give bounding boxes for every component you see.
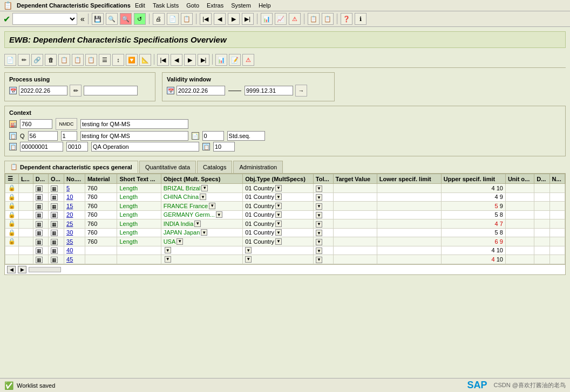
col-d-cell[interactable]: ▦ bbox=[33, 255, 48, 264]
tol-dropdown-empty[interactable]: ▼ bbox=[316, 194, 322, 201]
prev-btn[interactable]: ◀ bbox=[171, 54, 182, 66]
nav-first[interactable]: |◀ bbox=[200, 13, 212, 25]
objtype-dropdown[interactable]: ▼ bbox=[275, 194, 282, 200]
paste-row-btn[interactable]: 📋 bbox=[72, 54, 84, 66]
object-dropdown[interactable]: ▼ bbox=[209, 203, 215, 209]
no-link[interactable]: 35 bbox=[66, 238, 73, 245]
col-no-cell[interactable]: 10 bbox=[64, 192, 85, 202]
tab-catalogs[interactable]: Catalogs bbox=[197, 161, 232, 173]
object-dropdown[interactable]: ▼ bbox=[177, 238, 183, 245]
col-tol-cell[interactable]: ▼ bbox=[313, 184, 333, 193]
col-no-cell[interactable]: 25 bbox=[64, 219, 85, 229]
first-btn[interactable]: |◀ bbox=[157, 54, 169, 66]
order-sub-input[interactable] bbox=[61, 131, 77, 141]
col-d-cell[interactable]: ▦ bbox=[33, 246, 48, 255]
op-input2[interactable] bbox=[66, 142, 88, 152]
menu-tasklists[interactable]: Task Lists bbox=[153, 2, 179, 9]
row-selector[interactable]: 🔒 bbox=[5, 228, 19, 237]
col-o-cell[interactable]: ▦ bbox=[49, 255, 64, 264]
menu-edit[interactable]: Edit bbox=[135, 2, 145, 9]
col-objtype-cell[interactable]: ▼ bbox=[243, 246, 314, 255]
nav-prev[interactable]: ◀ bbox=[214, 13, 226, 25]
new-btn[interactable]: 📄 bbox=[4, 54, 16, 66]
scroll-track[interactable] bbox=[29, 267, 61, 272]
tab-dep-char[interactable]: 📋 Dependent characteristic specs general bbox=[4, 161, 138, 173]
col-objtype-cell[interactable]: 01 Country▼ bbox=[243, 210, 314, 219]
op-desc-input[interactable] bbox=[91, 142, 199, 152]
menu-help[interactable]: Help bbox=[259, 2, 271, 9]
order-desc-input[interactable] bbox=[80, 131, 188, 141]
info-btn[interactable]: ℹ bbox=[355, 13, 367, 25]
row-selector[interactable]: 🔒 bbox=[5, 192, 19, 202]
objtype-dropdown[interactable]: ▼ bbox=[275, 185, 282, 191]
no-link[interactable]: 5 bbox=[66, 185, 70, 191]
col-d-cell[interactable]: ▦ bbox=[33, 202, 48, 211]
objtype-dropdown[interactable]: ▼ bbox=[275, 229, 282, 236]
col-objtype-cell[interactable]: 01 Country▼ bbox=[243, 237, 314, 246]
no-link[interactable]: 15 bbox=[66, 203, 73, 209]
col-o-cell[interactable]: ▦ bbox=[49, 237, 64, 246]
nmdc-btn[interactable]: NMDC bbox=[56, 118, 77, 130]
col-no-cell[interactable]: 15 bbox=[64, 202, 85, 211]
col-object-cell[interactable]: CHINA China▼ bbox=[161, 192, 243, 202]
col-object-cell[interactable]: BRIZAL Brizal▼ bbox=[161, 184, 243, 193]
col-no-cell[interactable]: 20 bbox=[64, 210, 85, 219]
col-tol-cell[interactable]: ▼ bbox=[313, 237, 333, 246]
object-dropdown[interactable]: ▼ bbox=[216, 211, 222, 218]
object-dropdown[interactable]: ▼ bbox=[201, 229, 207, 236]
col-no-cell[interactable]: 40 bbox=[64, 246, 85, 255]
detail-btn[interactable]: 📋 bbox=[85, 54, 97, 66]
err-btn[interactable]: ⚠ bbox=[242, 54, 254, 66]
row-selector[interactable] bbox=[5, 246, 19, 255]
seq-num-input[interactable] bbox=[202, 131, 224, 141]
seq-text-input[interactable] bbox=[227, 131, 265, 141]
op-input1[interactable] bbox=[20, 142, 63, 152]
no-link[interactable]: 30 bbox=[66, 229, 73, 236]
filter-btn[interactable]: 🔽 bbox=[126, 54, 138, 66]
tol-dropdown-empty[interactable]: ▼ bbox=[316, 185, 322, 192]
object-dropdown[interactable]: ▼ bbox=[165, 256, 171, 263]
objtype-dropdown-empty[interactable]: ▼ bbox=[245, 247, 252, 253]
nav-next[interactable]: ▶ bbox=[228, 13, 240, 25]
delete-btn[interactable]: 🗑 bbox=[45, 54, 57, 66]
refs-btn[interactable]: 🔗 bbox=[31, 54, 43, 66]
row-selector[interactable]: 🔒 bbox=[5, 210, 19, 219]
col-d-cell[interactable]: ▦ bbox=[33, 228, 48, 237]
col-o-cell[interactable]: ▦ bbox=[49, 192, 64, 202]
scroll-right[interactable]: ▶ bbox=[18, 266, 26, 273]
enter-icon[interactable]: « bbox=[80, 15, 85, 23]
no-link[interactable]: 40 bbox=[66, 247, 73, 253]
col-object-cell[interactable]: INDIA India▼ bbox=[161, 219, 243, 229]
col-objtype-cell[interactable]: 01 Country▼ bbox=[243, 184, 314, 193]
print2-btn[interactable]: 📄 bbox=[167, 13, 179, 25]
col-objtype-cell[interactable]: ▼ bbox=[243, 255, 314, 264]
col-object-cell[interactable]: GERMANY Germ...▼ bbox=[161, 210, 243, 219]
row-selector[interactable]: 🔒 bbox=[5, 237, 19, 246]
layout-btn[interactable]: 📐 bbox=[139, 54, 151, 66]
refresh-btn[interactable]: ↺ bbox=[134, 13, 146, 25]
col-objtype-cell[interactable]: 01 Country▼ bbox=[243, 219, 314, 229]
no-link[interactable]: 10 bbox=[66, 194, 73, 200]
scroll-left[interactable]: ◀ bbox=[7, 266, 16, 273]
sort-btn[interactable]: ↕ bbox=[112, 54, 124, 66]
nav-last[interactable]: ▶| bbox=[242, 13, 254, 25]
col-d-cell[interactable]: ▦ bbox=[33, 184, 48, 193]
object-dropdown[interactable]: ▼ bbox=[200, 194, 206, 200]
col-objtype-cell[interactable]: 01 Country▼ bbox=[243, 228, 314, 237]
col-objtype-cell[interactable]: 01 Country▼ bbox=[243, 192, 314, 202]
plant-desc-input[interactable] bbox=[80, 119, 188, 129]
col-no-cell[interactable]: 45 bbox=[64, 255, 85, 264]
btn3[interactable]: 📋 bbox=[181, 13, 193, 25]
col-tol-cell[interactable]: ▼ bbox=[313, 246, 333, 255]
validity-from-input[interactable] bbox=[177, 86, 225, 95]
row-selector[interactable] bbox=[5, 255, 19, 264]
objtype-dropdown-empty[interactable]: ▼ bbox=[245, 256, 252, 263]
find-btn[interactable]: 🔍 bbox=[106, 13, 118, 25]
validity-btn[interactable]: → bbox=[295, 85, 307, 97]
command-select[interactable] bbox=[12, 13, 77, 25]
col-object-cell[interactable]: FRANCE France▼ bbox=[161, 202, 243, 211]
validity-to-input[interactable] bbox=[245, 86, 293, 95]
btn-a[interactable]: 📊 bbox=[261, 13, 273, 25]
export-btn[interactable]: 📊 bbox=[215, 54, 227, 66]
plant-input[interactable] bbox=[20, 119, 52, 129]
